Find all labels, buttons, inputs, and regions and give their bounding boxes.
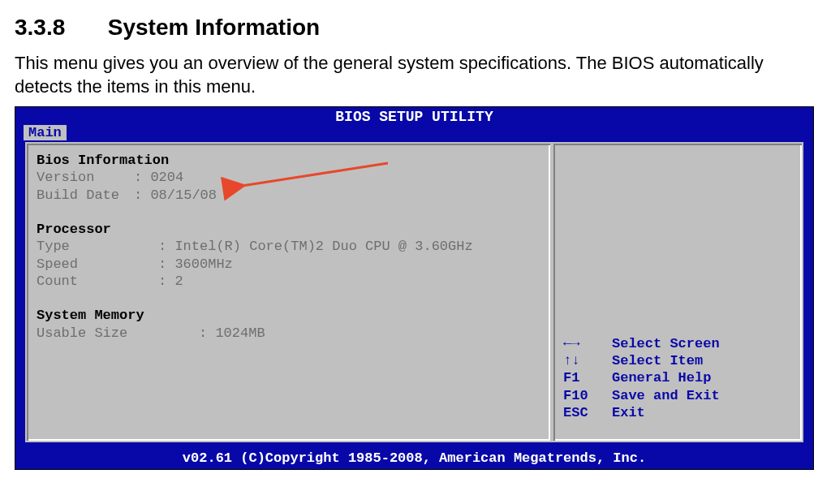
bios-build-row: Build Date: 08/15/08 — [37, 187, 540, 204]
bios-title: BIOS SETUP UTILITY — [15, 107, 813, 125]
bios-build-value: 08/15/08 — [150, 187, 217, 203]
nav-label: Select Item — [612, 353, 703, 368]
nav-key-f1: F1 — [563, 369, 612, 386]
bios-info-header: Bios Information — [37, 152, 540, 169]
proc-speed-row: Speed: 3600MHz — [37, 256, 540, 273]
nav-label: Select Screen — [612, 336, 720, 351]
section-title: System Information — [108, 15, 320, 41]
mem-usable-value: 1024MB — [215, 325, 265, 341]
proc-count-row: Count: 2 — [37, 273, 540, 290]
nav-general-help: F1General Help — [563, 369, 792, 386]
nav-panel: ←→Select Screen ↑↓Select Item F1General … — [552, 142, 803, 442]
bios-build-label: Build Date — [37, 187, 134, 204]
intro-text: This menu gives you an overview of the g… — [15, 52, 816, 98]
proc-type-row: Type: Intel(R) Core(TM)2 Duo CPU @ 3.60G… — [37, 238, 540, 255]
processor-header: Processor — [37, 221, 540, 238]
bios-footer: v02.61 (C)Copyright 1985-2008, American … — [15, 449, 813, 469]
nav-label: Save and Exit — [612, 388, 720, 403]
up-down-arrows-icon: ↑↓ — [563, 352, 612, 369]
bios-version-label: Version — [37, 169, 134, 186]
proc-count-value: 2 — [174, 274, 183, 289]
nav-key-esc: ESC — [563, 404, 612, 421]
nav-label: General Help — [612, 370, 711, 386]
nav-select-item: ↑↓Select Item — [563, 352, 792, 369]
nav-label: Exit — [612, 405, 645, 420]
section-heading: 3.3.8 System Information — [15, 15, 816, 41]
bios-screenshot: BIOS SETUP UTILITY Main Bios Information… — [15, 106, 814, 470]
nav-key-f10: F10 — [563, 387, 612, 404]
left-right-arrows-icon: ←→ — [563, 335, 612, 352]
section-number: 3.3.8 — [15, 15, 65, 41]
memory-header: System Memory — [37, 307, 540, 324]
bios-version-value: 0204 — [150, 170, 183, 185]
proc-type-label: Type — [37, 238, 158, 255]
proc-speed-value: 3600MHz — [174, 256, 232, 272]
proc-count-label: Count — [37, 273, 158, 290]
nav-save-exit: F10Save and Exit — [563, 387, 792, 404]
info-panel: Bios Information Version: 0204 Build Dat… — [25, 142, 552, 442]
tab-main[interactable]: Main — [24, 125, 67, 140]
proc-speed-label: Speed — [37, 256, 158, 273]
mem-usable-row: Usable Size: 1024MB — [37, 325, 540, 342]
proc-type-value: Intel(R) Core(TM)2 Duo CPU @ 3.60GHz — [174, 239, 472, 254]
nav-select-screen: ←→Select Screen — [563, 335, 792, 352]
bios-version-row: Version: 0204 — [37, 169, 540, 186]
nav-exit: ESCExit — [563, 404, 792, 421]
mem-usable-label: Usable Size — [37, 325, 199, 342]
